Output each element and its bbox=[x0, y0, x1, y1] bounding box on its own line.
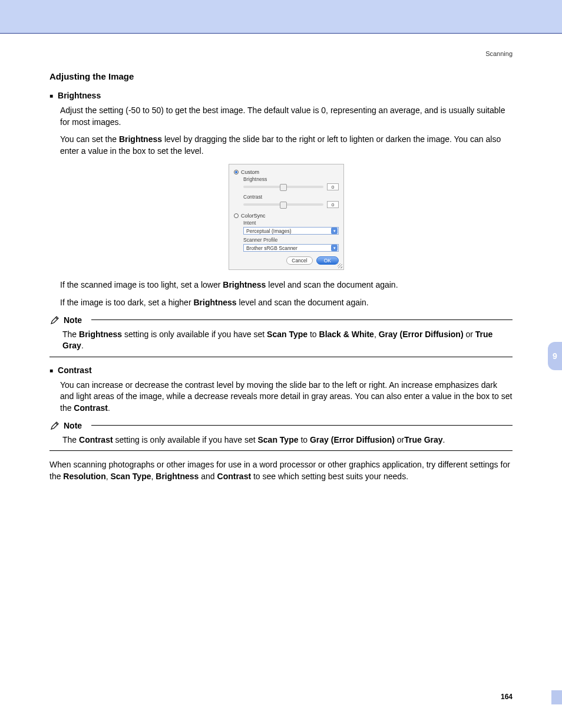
settings-dialog-figure: Custom Brightness 0 Contrast 0 bbox=[60, 164, 513, 270]
custom-label: Custom bbox=[241, 169, 259, 175]
note-1: Note The Brightness setting is only avai… bbox=[49, 315, 513, 357]
brightness-slider[interactable] bbox=[243, 186, 323, 188]
intent-label: Intent bbox=[243, 220, 339, 226]
contrast-section: Contrast You can increase or decrease th… bbox=[49, 365, 513, 414]
chevron-updown-icon: ▾ bbox=[331, 245, 338, 251]
radio-unselected-icon bbox=[234, 213, 239, 218]
contrast-slider[interactable] bbox=[243, 203, 323, 206]
divider bbox=[91, 425, 513, 426]
brightness-p4: If the image is too dark, set a higher B… bbox=[60, 297, 513, 309]
divider bbox=[91, 319, 513, 320]
profile-dropdown[interactable]: Brother sRGB Scanner ▾ bbox=[243, 244, 339, 252]
resize-grip-icon[interactable] bbox=[338, 263, 342, 268]
divider bbox=[49, 450, 513, 451]
closing-paragraph: When scanning photographs or other image… bbox=[49, 459, 513, 482]
note-icon bbox=[49, 315, 60, 325]
settings-dialog: Custom Brightness 0 Contrast 0 bbox=[229, 164, 344, 270]
cancel-button[interactable]: Cancel bbox=[286, 256, 312, 265]
profile-value: Brother sRGB Scanner bbox=[246, 245, 297, 251]
intent-dropdown[interactable]: Perceptual (Images) ▾ bbox=[243, 227, 339, 235]
brightness-value[interactable]: 0 bbox=[327, 183, 339, 190]
page-title: Adjusting the Image bbox=[49, 71, 513, 81]
chevron-updown-icon: ▾ bbox=[331, 228, 338, 234]
ok-button[interactable]: OK bbox=[316, 256, 339, 265]
page-edge-tab bbox=[551, 690, 562, 704]
brightness-p2: You can set the Brightness level by drag… bbox=[60, 134, 513, 157]
brightness-p1: Adjust the setting (-50 to 50) to get th… bbox=[60, 105, 513, 128]
radio-selected-icon bbox=[234, 170, 239, 174]
note-1-body: The Brightness setting is only available… bbox=[62, 329, 513, 352]
note-title: Note bbox=[64, 421, 82, 430]
brightness-section: Brightness Adjust the setting (-50 to 50… bbox=[49, 91, 513, 309]
note-2-body: The Contrast setting is only available i… bbox=[62, 434, 513, 446]
page-number: 164 bbox=[501, 693, 513, 701]
contrast-p1: You can increase or decrease the contras… bbox=[60, 380, 513, 414]
contrast-heading: Contrast bbox=[49, 365, 513, 375]
section-label: Scanning bbox=[0, 34, 562, 57]
brightness-heading: Brightness bbox=[49, 91, 513, 100]
contrast-label: Contrast bbox=[243, 194, 339, 200]
chapter-tab[interactable]: 9 bbox=[548, 342, 562, 370]
page-content: Adjusting the Image Brightness Adjust th… bbox=[0, 57, 562, 482]
colorsync-option[interactable]: ColorSync bbox=[234, 213, 339, 219]
intent-value: Perceptual (Images) bbox=[246, 228, 292, 234]
note-icon bbox=[49, 420, 60, 431]
brightness-label: Brightness bbox=[243, 176, 339, 182]
brightness-p3: If the scanned image is too light, set a… bbox=[60, 279, 513, 291]
contrast-value[interactable]: 0 bbox=[327, 201, 339, 208]
colorsync-label: ColorSync bbox=[241, 213, 266, 219]
profile-label: Scanner Profile bbox=[243, 237, 339, 243]
note-2: Note The Contrast setting is only availa… bbox=[49, 420, 513, 452]
header-band bbox=[0, 0, 562, 33]
divider bbox=[49, 357, 513, 357]
custom-option[interactable]: Custom bbox=[234, 169, 339, 175]
note-title: Note bbox=[64, 315, 82, 325]
